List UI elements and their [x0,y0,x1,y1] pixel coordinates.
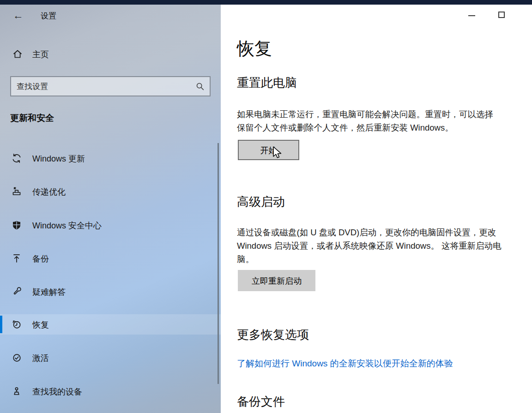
app-title: 设置 [41,11,56,21]
sidebar-section-title: 更新和安全 [10,112,54,124]
backup-files-heading: 备份文件 [237,394,285,410]
sync-icon [11,153,22,164]
sidebar-item-activation[interactable]: 激活 [0,347,221,368]
reset-pc-heading: 重置此电脑 [237,75,297,91]
page-title: 恢复 [237,37,272,60]
sidebar-scrollbar[interactable] [218,143,219,384]
advanced-startup-heading: 高级启动 [237,194,285,210]
sidebar-item-label: 疑难解答 [32,287,66,298]
sidebar-item-label: 恢复 [32,319,49,330]
selected-accent-bar [0,316,2,333]
search-box[interactable] [10,76,211,96]
sidebar-item-recovery[interactable]: 恢复 [0,314,221,335]
check-circle-icon [11,352,22,363]
sidebar-item-troubleshoot[interactable]: 疑难解答 [0,281,221,302]
sidebar-item-windows-update[interactable]: Windows 更新 [0,148,221,168]
sidebar-item-label: 查找我的设备 [32,386,82,397]
sidebar-item-label: Windows 更新 [32,153,85,164]
sidebar-item-label: 主页 [32,49,49,60]
settings-window: ← 设置 主页 更新和安全 Windows 更新 [0,0,532,413]
more-recovery-options-heading: 更多恢复选项 [237,327,309,343]
search-icon[interactable] [195,81,205,91]
background-window-strip [0,0,532,5]
restart-now-button[interactable]: 立即重新启动 [238,270,315,291]
history-icon [11,319,22,330]
sidebar-item-label: Windows 安全中心 [32,220,102,231]
sidebar-item-label: 传递优化 [32,186,66,198]
back-button[interactable]: ← [10,8,26,22]
search-input[interactable] [16,77,188,96]
delivery-optimization-icon [11,186,22,197]
sidebar-item-home[interactable]: 主页 [0,44,221,64]
sidebar-item-delivery-optimization[interactable]: 传递优化 [0,181,221,202]
reset-pc-description: 如果电脑未正常运行，重置电脑可能会解决问题。重置时，可以选择保留个人文件或删除个… [237,108,501,134]
minimize-button[interactable] [461,6,482,24]
locate-device-icon [11,386,22,397]
sidebar-item-label: 备份 [32,253,49,264]
reset-get-started-button[interactable]: 开始 [238,140,299,160]
sidebar-header: ← 设置 [0,5,221,29]
sidebar-item-label: 激活 [32,353,49,364]
fresh-start-link[interactable]: 了解如何进行 Windows 的全新安装以便开始全新的体验 [237,358,453,370]
maximize-button[interactable] [491,6,513,24]
recovery-page: 恢复 重置此电脑 如果电脑未正常运行，重置电脑可能会解决问题。重置时，可以选择保… [221,5,532,413]
home-icon [12,48,23,60]
backup-arrow-icon [11,253,22,264]
maximize-icon [498,12,505,18]
advanced-startup-description: 通过设备或磁盘(如 U 盘或 DVD)启动，更改你的电脑固件设置，更改 Wind… [237,226,505,266]
minimize-icon [468,15,475,16]
sidebar-item-windows-security[interactable]: Windows 安全中心 [0,215,221,235]
sidebar-item-backup[interactable]: 备份 [0,248,221,269]
sidebar-item-find-my-device[interactable]: 查找我的设备 [0,381,221,401]
settings-sidebar: ← 设置 主页 更新和安全 Windows 更新 [0,5,221,413]
shield-icon [11,220,22,231]
wrench-icon [11,286,22,297]
